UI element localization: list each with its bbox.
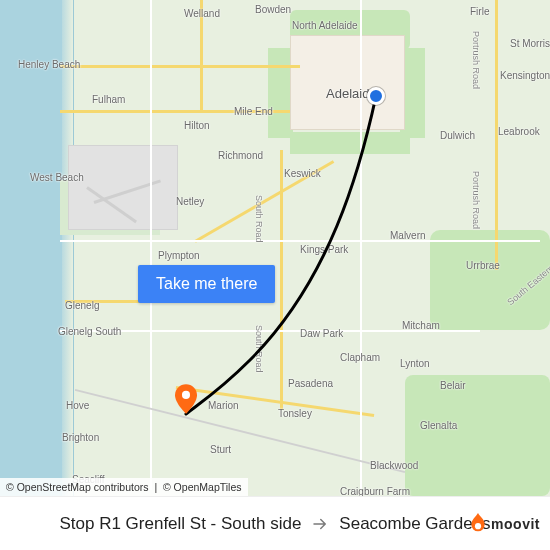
moovit-logo-icon [469,513,487,535]
attribution-tiles[interactable]: © OpenMapTiles [163,481,242,493]
svg-point-1 [475,523,481,529]
route-from: Stop R1 Grenfell St - South side [59,514,301,534]
route-to: Seacombe Gardens [339,514,490,534]
moovit-brand-text: moovit [491,516,540,532]
svg-point-0 [182,391,190,399]
attribution-osm[interactable]: © OpenStreetMap contributors [6,481,149,493]
take-me-there-button[interactable]: Take me there [138,265,275,303]
destination-marker-icon[interactable] [175,384,197,414]
moovit-brand[interactable]: moovit [469,513,540,535]
origin-marker-icon[interactable] [367,87,385,105]
road-network [0,0,550,496]
map[interactable]: Henley Beach Fulham West Beach Welland B… [0,0,550,496]
arrow-right-icon [311,515,329,533]
map-attribution: © OpenStreetMap contributors | © OpenMap… [0,478,248,496]
route-footer: Stop R1 Grenfell St - South side Seacomb… [0,496,550,550]
